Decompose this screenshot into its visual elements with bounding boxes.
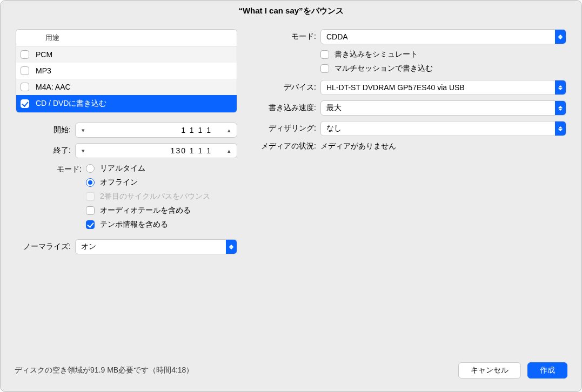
destination-row-burn[interactable]: CD / DVDに書き込む — [16, 95, 237, 112]
radio[interactable] — [86, 178, 95, 187]
burn-mode-label: モード: — [250, 32, 320, 42]
destination-list[interactable]: 用途 PCM MP3 M4A: AAC — [16, 29, 237, 113]
normalize-label: ノーマライズ: — [16, 242, 75, 252]
burn-mode-select[interactable]: CDDA — [320, 29, 566, 44]
checkbox-label: テンポ情報を含める — [100, 220, 168, 229]
device-label: デバイス: — [250, 83, 320, 92]
checkbox[interactable] — [320, 50, 329, 59]
speed-select[interactable]: 最大 — [320, 100, 566, 116]
dither-label: ディザリング: — [250, 124, 320, 133]
end-value[interactable]: 130 1 1 1 — [91, 146, 222, 155]
dialog-footer: ディスクの空き領域が91.9 MB必要です（時間4:18） キャンセル 作成 — [1, 357, 581, 391]
checkbox — [86, 192, 95, 201]
start-value[interactable]: 1 1 1 1 — [91, 126, 222, 134]
checkbox[interactable] — [86, 220, 95, 229]
dither-select[interactable]: なし — [320, 121, 566, 136]
destination-row-mp3[interactable]: MP3 — [16, 63, 237, 79]
select-value: オン — [81, 242, 226, 252]
select-value: HL-DT-ST DVDRAM GP57ES40 via USB — [326, 83, 555, 92]
second-cycle-checkbox: 2番目のサイクルパスをバウンス — [86, 192, 237, 201]
disk-space-note: ディスクの空き領域が91.9 MB必要です（時間4:18） — [15, 366, 452, 375]
destination-label: CD / DVDに書き込む — [36, 99, 106, 109]
updown-icon[interactable] — [555, 30, 566, 44]
updown-icon[interactable] — [555, 80, 566, 94]
mode-offline-option[interactable]: オフライン — [86, 178, 237, 187]
mode-realtime-option[interactable]: リアルタイム — [86, 164, 237, 173]
updown-icon[interactable] — [555, 121, 566, 136]
mode-label-left: モード: — [16, 164, 86, 174]
media-status-label: メディアの状況: — [250, 141, 320, 151]
start-stepper[interactable]: ▾ 1 1 1 1 ▴ — [75, 123, 237, 138]
device-select[interactable]: HL-DT-ST DVDRAM GP57ES40 via USB — [320, 80, 566, 95]
destination-label: PCM — [36, 50, 52, 59]
checkbox[interactable] — [21, 66, 29, 75]
destination-row-m4a[interactable]: M4A: AAC — [16, 79, 237, 95]
speed-label: 書き込み速度: — [250, 103, 320, 113]
chevron-up-icon[interactable]: ▴ — [222, 147, 237, 154]
checkbox-label: オーディオテールを含める — [100, 206, 191, 215]
destination-label: M4A: AAC — [36, 83, 71, 91]
radio-label: リアルタイム — [100, 164, 145, 173]
dialog-content: 用途 PCM MP3 M4A: AAC — [1, 23, 581, 357]
select-value: 最大 — [326, 103, 555, 113]
chevron-down-icon[interactable]: ▾ — [76, 147, 91, 154]
checkbox[interactable] — [320, 64, 329, 73]
dialog-title: “What I can say”をバウンス — [1, 1, 581, 23]
chevron-down-icon[interactable]: ▾ — [76, 127, 91, 134]
checkbox-label: 2番目のサイクルパスをバウンス — [100, 192, 210, 201]
bounce-dialog: “What I can say”をバウンス 用途 PCM MP3 — [0, 0, 582, 392]
select-value: なし — [326, 124, 555, 133]
normalize-select[interactable]: オン — [75, 239, 237, 254]
checkbox[interactable] — [86, 206, 95, 215]
end-stepper[interactable]: ▾ 130 1 1 1 ▴ — [75, 143, 237, 158]
destination-header: 用途 — [16, 30, 237, 46]
destination-row-pcm[interactable]: PCM — [16, 46, 237, 63]
multisession-checkbox[interactable]: マルチセッションで書き込む — [320, 64, 566, 73]
checkbox[interactable] — [21, 83, 29, 91]
select-value: CDDA — [326, 32, 555, 41]
right-column: モード: CDDA 書き込みをシミュレート — [250, 29, 566, 353]
start-label: 開始: — [16, 125, 75, 135]
radio-label: オフライン — [100, 178, 138, 187]
checkbox[interactable] — [21, 99, 29, 108]
include-tail-checkbox[interactable]: オーディオテールを含める — [86, 206, 237, 215]
checkbox-label: マルチセッションで書き込む — [335, 64, 433, 73]
left-column: 用途 PCM MP3 M4A: AAC — [16, 29, 237, 353]
simulate-checkbox[interactable]: 書き込みをシミュレート — [320, 50, 566, 59]
include-tempo-checkbox[interactable]: テンポ情報を含める — [86, 220, 237, 229]
cancel-button[interactable]: キャンセル — [458, 362, 521, 379]
radio[interactable] — [86, 164, 95, 173]
create-button[interactable]: 作成 — [527, 362, 567, 379]
checkbox-label: 書き込みをシミュレート — [335, 50, 418, 59]
media-status-value: メディアがありません — [320, 141, 396, 151]
destination-label: MP3 — [36, 66, 51, 75]
updown-icon[interactable] — [555, 101, 566, 115]
chevron-up-icon[interactable]: ▴ — [222, 127, 237, 134]
checkbox[interactable] — [21, 50, 29, 59]
updown-icon[interactable] — [226, 240, 237, 254]
end-label: 終了: — [16, 146, 75, 156]
